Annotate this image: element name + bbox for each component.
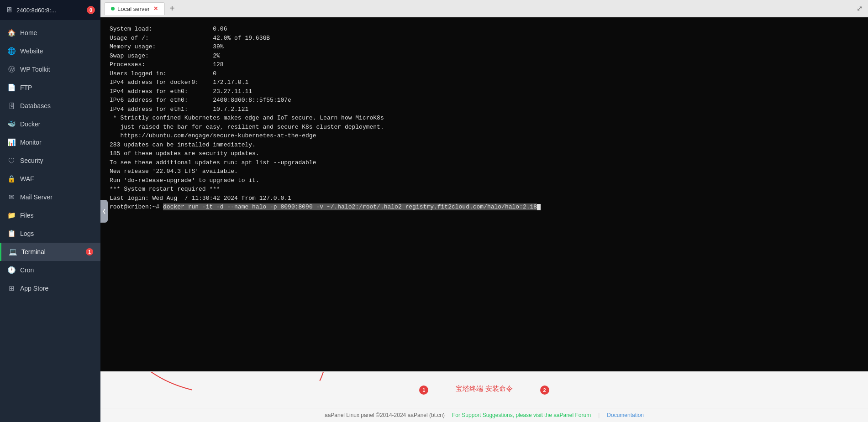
terminal-line-6: IPv4 address for docker0: 172.17.0.1 xyxy=(110,78,859,87)
annotation-badge-1: 1 xyxy=(419,386,428,395)
sidebar-header: 🖥 2400:8d60:8:... 0 xyxy=(0,0,100,20)
sidebar-badge-terminal: 1 xyxy=(86,248,93,255)
tab-label: Local server xyxy=(117,5,150,12)
sidebar-item-terminal[interactable]: 💻Terminal1 xyxy=(0,243,100,261)
terminal-line-18: To see these additional updates run: apt… xyxy=(110,158,859,167)
footer-support-link[interactable]: For Support Suggestions, please visit th… xyxy=(452,412,591,418)
terminal-line-16: 283 updates can be installed immediately… xyxy=(110,141,859,150)
annotation-area: 1 宝塔终端 安装命令 2 xyxy=(100,371,868,408)
sidebar: 🖥 2400:8d60:8:... 0 🏠Home🌐WebsiteⓌWP Too… xyxy=(0,0,100,422)
home-icon: 🏠 xyxy=(7,29,16,37)
sidebar-item-label-wp-toolkit: WP Toolkit xyxy=(20,66,50,73)
sidebar-item-waf[interactable]: 🔒WAF xyxy=(0,170,100,188)
tab-status-dot xyxy=(111,7,115,10)
sidebar-nav: 🏠Home🌐WebsiteⓌWP Toolkit📄FTP🗄Databases🐳D… xyxy=(0,20,100,422)
terminal-line-3: Swap usage: 2% xyxy=(110,52,859,61)
main-content: Local server ✕ + ⤢ System load: 0.06Usag… xyxy=(100,0,868,422)
sidebar-item-label-website: Website xyxy=(20,47,43,55)
sidebar-item-label-cron: Cron xyxy=(20,266,34,274)
sidebar-item-files[interactable]: 📁Files xyxy=(0,206,100,224)
terminal-line-20: New release '22.04.3 LTS' available. xyxy=(110,167,859,176)
sidebar-item-label-app-store: App Store xyxy=(20,285,48,292)
tab-local-server[interactable]: Local server ✕ xyxy=(104,2,165,15)
tab-close-button[interactable]: ✕ xyxy=(153,5,158,12)
app-store-icon: ⊞ xyxy=(7,284,16,292)
website-icon: 🌐 xyxy=(7,47,16,55)
terminal-line-8: IPv6 address for eth0: 2400:8d60:8::5f55… xyxy=(110,96,859,105)
terminal-line-24: Last login: Wed Aug 7 11:30:42 2024 from… xyxy=(110,194,859,203)
terminal-line-9: IPv4 address for eth1: 10.7.2.121 xyxy=(110,105,859,114)
security-icon: 🛡 xyxy=(7,156,16,165)
terminal-line-2: Memory usage: 39% xyxy=(110,42,859,52)
footer-divider: | xyxy=(598,412,600,418)
terminal-line-23: *** System restart required *** xyxy=(110,185,859,194)
terminal-line-1: Usage of /: 42.0% of 19.63GB xyxy=(110,34,859,43)
terminal-content[interactable]: System load: 0.06Usage of /: 42.0% of 19… xyxy=(100,17,868,371)
sidebar-collapse-handle[interactable] xyxy=(100,200,108,223)
terminal-line-17: 185 of these updates are security update… xyxy=(110,149,859,158)
header-notification-badge: 0 xyxy=(87,6,95,14)
monitor-icon: 📊 xyxy=(7,138,16,146)
sidebar-item-cron[interactable]: 🕐Cron xyxy=(0,261,100,279)
terminal-container: System load: 0.06Usage of /: 42.0% of 19… xyxy=(100,17,868,371)
sidebar-item-label-terminal: Terminal xyxy=(21,248,46,255)
annotation-text: 宝塔终端 安装命令 xyxy=(456,385,512,393)
sidebar-item-label-ftp: FTP xyxy=(20,84,32,91)
tab-add-button[interactable]: + xyxy=(166,2,179,15)
sidebar-item-monitor[interactable]: 📊Monitor xyxy=(0,133,100,151)
sidebar-item-label-docker: Docker xyxy=(20,120,40,128)
terminal-line-12: just raised the bar for easy, resilient … xyxy=(110,123,859,132)
ftp-icon: 📄 xyxy=(7,83,16,92)
sidebar-item-databases[interactable]: 🗄Databases xyxy=(0,97,100,115)
sidebar-item-website[interactable]: 🌐Website xyxy=(0,42,100,60)
terminal-line-5: Users logged in: 0 xyxy=(110,69,859,78)
footer: aaPanel Linux panel ©2014-2024 aaPanel (… xyxy=(100,408,868,422)
terminal-line-7: IPv4 address for eth0: 23.27.11.11 xyxy=(110,87,859,96)
waf-icon: 🔒 xyxy=(7,175,16,183)
mail-server-icon: ✉ xyxy=(7,193,16,201)
sidebar-item-home[interactable]: 🏠Home xyxy=(0,24,100,42)
sidebar-item-label-databases: Databases xyxy=(20,102,51,109)
sidebar-item-label-home: Home xyxy=(20,29,37,36)
terminal-line-11: * Strictly confined Kubernetes makes edg… xyxy=(110,114,859,123)
sidebar-item-label-files: Files xyxy=(20,212,34,219)
logs-icon: 📋 xyxy=(7,229,16,238)
sidebar-item-label-mail-server: Mail Server xyxy=(20,193,53,201)
sidebar-item-label-logs: Logs xyxy=(20,230,34,237)
wp-toolkit-icon: Ⓦ xyxy=(7,65,16,73)
files-icon: 📁 xyxy=(7,211,16,219)
tab-expand-button[interactable]: ⤢ xyxy=(855,2,864,15)
databases-icon: 🗄 xyxy=(7,102,16,110)
sidebar-item-label-monitor: Monitor xyxy=(20,139,42,146)
terminal-line-0: System load: 0.06 xyxy=(110,25,859,34)
terminal-line-4: Processes: 128 xyxy=(110,60,859,69)
annotation-badge-2: 2 xyxy=(540,386,549,395)
sidebar-item-mail-server[interactable]: ✉Mail Server xyxy=(0,188,100,206)
cron-icon: 🕐 xyxy=(7,266,16,274)
server-address: 2400:8d60:8:... xyxy=(16,7,83,14)
footer-docs-link[interactable]: Documentation xyxy=(607,412,644,418)
sidebar-item-wp-toolkit[interactable]: ⓌWP Toolkit xyxy=(0,60,100,78)
sidebar-item-label-security: Security xyxy=(20,157,43,164)
sidebar-item-ftp[interactable]: 📄FTP xyxy=(0,78,100,97)
sidebar-item-docker[interactable]: 🐳Docker xyxy=(0,115,100,133)
monitor-icon: 🖥 xyxy=(5,6,13,14)
sidebar-item-security[interactable]: 🛡Security xyxy=(0,151,100,170)
footer-copyright: aaPanel Linux panel ©2014-2024 aaPanel (… xyxy=(325,412,445,418)
terminal-line-25: root@xriben:~# docker run -it -d --name … xyxy=(110,203,859,212)
sidebar-item-label-waf: WAF xyxy=(20,175,34,182)
sidebar-item-logs[interactable]: 📋Logs xyxy=(0,224,100,243)
terminal-line-14: https://ubuntu.com/engage/secure-kuberne… xyxy=(110,131,859,141)
terminal-icon: 💻 xyxy=(9,248,17,256)
tabs-bar: Local server ✕ + ⤢ xyxy=(100,0,868,17)
docker-icon: 🐳 xyxy=(7,120,16,128)
terminal-line-21: Run 'do-release-upgrade' to upgrade to i… xyxy=(110,176,859,185)
sidebar-item-app-store[interactable]: ⊞App Store xyxy=(0,279,100,297)
